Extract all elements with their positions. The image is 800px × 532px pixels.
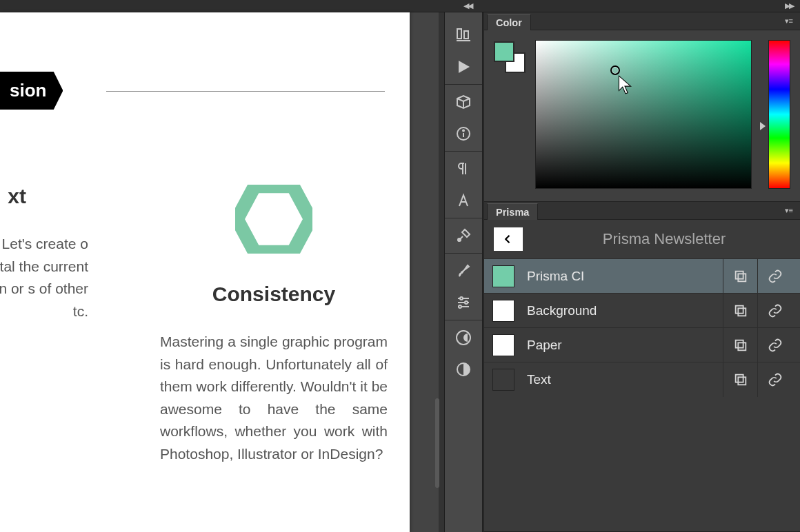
svg-rect-22 bbox=[738, 377, 746, 385]
prisma-panel-header: Prisma ▾≡ bbox=[484, 202, 800, 220]
row-actions bbox=[723, 328, 792, 362]
hue-caret[interactable] bbox=[760, 122, 766, 130]
brushes-icon[interactable] bbox=[450, 258, 477, 284]
svg-rect-19 bbox=[735, 305, 743, 313]
row-actions bbox=[723, 259, 792, 294]
link-icon[interactable] bbox=[757, 328, 792, 362]
section-tag: sion bbox=[0, 72, 63, 110]
link-icon[interactable] bbox=[757, 362, 792, 397]
svg-marker-3 bbox=[459, 61, 470, 73]
row-name: Paper bbox=[527, 338, 710, 353]
svg-rect-2 bbox=[464, 31, 468, 39]
svg-rect-17 bbox=[735, 271, 743, 278]
hue-strip[interactable] bbox=[768, 40, 790, 189]
svg-rect-23 bbox=[735, 374, 743, 382]
svg-rect-1 bbox=[457, 29, 461, 39]
row-name: Prisma CI bbox=[527, 269, 710, 284]
link-icon[interactable] bbox=[757, 294, 792, 328]
row-actions bbox=[723, 294, 792, 328]
row-swatch bbox=[492, 369, 514, 391]
cursor-icon bbox=[617, 74, 632, 95]
row-swatch bbox=[492, 265, 514, 287]
color-panel-menu-icon[interactable]: ▾≡ bbox=[785, 17, 793, 25]
copy-icon[interactable] bbox=[723, 362, 757, 397]
canvas-area: sion xt ns within Let's create o our men… bbox=[0, 12, 439, 532]
document[interactable]: sion xt ns within Let's create o our men… bbox=[0, 12, 410, 532]
row-actions bbox=[723, 362, 792, 397]
color-panel-header: Color ▾≡ bbox=[484, 12, 800, 30]
left-body: ns within Let's create o our mental the … bbox=[0, 233, 88, 323]
row-swatch bbox=[492, 300, 514, 322]
svg-point-9 bbox=[460, 297, 463, 300]
cc-icon[interactable] bbox=[450, 325, 477, 351]
info-icon[interactable] bbox=[450, 121, 477, 147]
svg-rect-18 bbox=[738, 308, 746, 316]
copy-icon[interactable] bbox=[723, 259, 757, 294]
prisma-row[interactable]: Background bbox=[484, 293, 800, 327]
color-panel-tab[interactable]: Color bbox=[487, 14, 531, 30]
svg-rect-16 bbox=[738, 274, 746, 281]
canvas-scrollbar[interactable] bbox=[435, 398, 439, 488]
prisma-panel-body: Prisma Newsletter Prisma CIBackgroundPap… bbox=[484, 220, 800, 531]
collapse-right-chevrons[interactable]: ▶▶ bbox=[785, 1, 793, 10]
row-swatch bbox=[492, 334, 514, 356]
saturation-value-field[interactable] bbox=[535, 40, 752, 189]
center-heading: Consistency bbox=[160, 283, 388, 306]
back-button[interactable] bbox=[494, 227, 523, 251]
svg-point-11 bbox=[465, 301, 468, 304]
right-panel-stack: Color ▾≡ Prisma ▾≡ bbox=[483, 12, 800, 532]
tools-icon[interactable] bbox=[450, 223, 477, 249]
svg-rect-21 bbox=[735, 340, 743, 347]
character-icon[interactable] bbox=[450, 187, 477, 214]
row-name: Text bbox=[527, 372, 710, 387]
svg-rect-20 bbox=[738, 342, 746, 350]
svg-point-6 bbox=[463, 130, 464, 132]
sv-indicator[interactable] bbox=[610, 65, 620, 75]
prisma-row[interactable]: Text bbox=[484, 362, 800, 396]
fg-bg-swatch[interactable] bbox=[494, 41, 526, 73]
doc-column-left: xt ns within Let's create o our mental t… bbox=[0, 185, 88, 323]
svg-marker-0 bbox=[237, 186, 311, 252]
doc-column-center: Consistency Mastering a single graphic p… bbox=[160, 185, 388, 465]
row-name: Background bbox=[527, 303, 710, 318]
play-icon[interactable] bbox=[450, 54, 477, 80]
prisma-row[interactable]: Paper bbox=[484, 327, 800, 362]
prisma-panel-tab[interactable]: Prisma bbox=[487, 203, 538, 220]
prisma-color-list: Prisma CIBackgroundPaperText bbox=[484, 258, 800, 396]
hue-column bbox=[761, 40, 790, 189]
link-icon[interactable] bbox=[757, 259, 792, 294]
prisma-breadcrumb: Prisma Newsletter bbox=[484, 220, 800, 258]
left-heading: xt bbox=[0, 185, 88, 208]
copy-icon[interactable] bbox=[723, 294, 757, 328]
bw-icon[interactable] bbox=[450, 356, 477, 382]
copy-icon[interactable] bbox=[723, 328, 757, 362]
prisma-panel-menu-icon[interactable]: ▾≡ bbox=[785, 206, 793, 215]
prisma-row[interactable]: Prisma CI bbox=[484, 258, 800, 293]
horizontal-rule bbox=[106, 91, 385, 92]
prisma-panel: Prisma ▾≡ Prisma Newsletter Prisma CIBac… bbox=[484, 202, 800, 532]
panel-top-strip: ◀◀ ▶▶ bbox=[0, 0, 800, 12]
tool-dock bbox=[444, 12, 483, 532]
package-icon[interactable] bbox=[450, 89, 477, 115]
foreground-swatch[interactable] bbox=[494, 41, 514, 62]
hexagon-icon bbox=[235, 185, 312, 254]
breadcrumb-title: Prisma Newsletter bbox=[538, 230, 790, 248]
color-panel-body bbox=[484, 30, 800, 201]
center-body: Mastering a single graphic program is ha… bbox=[160, 331, 388, 465]
align-panel-icon[interactable] bbox=[450, 22, 477, 48]
sliders-icon[interactable] bbox=[450, 289, 477, 316]
paragraph-icon[interactable] bbox=[450, 156, 477, 182]
svg-point-13 bbox=[459, 305, 461, 308]
color-panel: Color ▾≡ bbox=[484, 12, 800, 202]
collapse-left-chevrons[interactable]: ◀◀ bbox=[463, 1, 472, 10]
